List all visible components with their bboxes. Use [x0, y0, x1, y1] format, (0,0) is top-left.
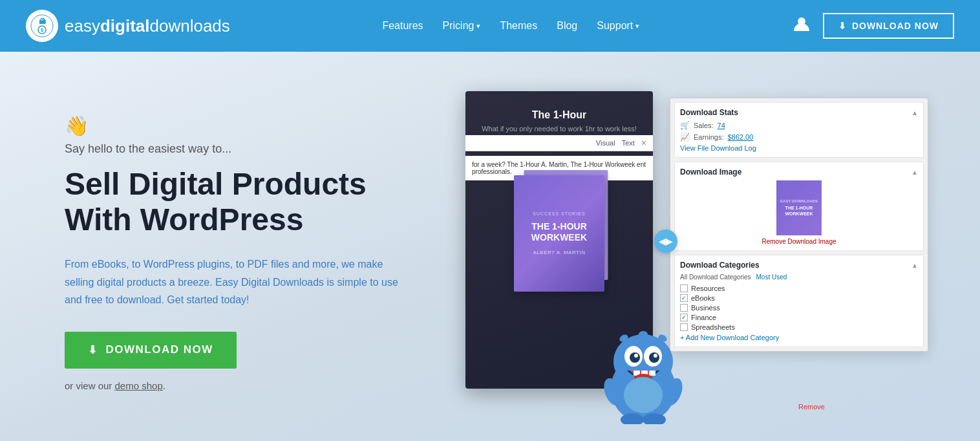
book-series: SUCCESS STORIES: [533, 211, 585, 216]
svg-point-17: [624, 377, 663, 413]
site-header: 🏔 $ easydigitaldownloads Features Pricin…: [0, 0, 980, 52]
download-image-title: Download Image ▲: [680, 167, 918, 177]
nav-support[interactable]: Support ▾: [597, 20, 639, 32]
book-thumbnail: EASY DOWNLOADS THE 1-HOUR WORKWEEK: [776, 180, 822, 235]
thumb-title: THE 1-HOUR WORKWEEK: [780, 206, 818, 217]
book-title: THE 1-HOUR WORKWEEK: [523, 221, 595, 243]
download-stats-title: Download Stats ▲: [680, 108, 918, 117]
logo-text: easydigitaldownloads: [65, 16, 230, 36]
hero-tagline: Say hello to the easiest way to...: [65, 142, 427, 156]
category-checkbox[interactable]: [680, 304, 688, 312]
category-checkbox[interactable]: ✓: [680, 294, 688, 302]
sales-value[interactable]: 74: [718, 122, 725, 129]
demo-shop-text: or view our demo shop.: [65, 380, 427, 391]
hero-section: 👋 Say hello to the easiest way to... Sel…: [0, 52, 980, 441]
logo[interactable]: 🏔 $ easydigitaldownloads: [26, 10, 230, 42]
cart-icon: 🛒: [680, 121, 690, 130]
book-thumbnail-container: EASY DOWNLOADS THE 1-HOUR WORKWEEK: [680, 180, 918, 235]
book-author: ALBERT A. MARTIN: [533, 250, 586, 255]
svg-point-23: [639, 331, 648, 338]
logo-icon: 🏔 $: [26, 10, 58, 42]
category-item[interactable]: ✓Finance: [680, 314, 918, 321]
category-item[interactable]: ✓eBooks: [680, 294, 918, 302]
visual-tab[interactable]: Visual: [596, 139, 615, 147]
download-header-icon: ⬇: [838, 21, 847, 31]
svg-text:$: $: [41, 27, 44, 33]
image-caret-icon: ▲: [911, 169, 918, 176]
earnings-row: 📈 Earnings: $862.00: [680, 133, 918, 142]
category-label: eBooks: [691, 294, 715, 302]
category-label: Spreadsheets: [691, 323, 735, 331]
close-icon[interactable]: ×: [641, 138, 646, 148]
hero-left: 👋 Say hello to the easiest way to... Sel…: [65, 114, 427, 391]
book-cover-front: SUCCESS STORIES THE 1-HOUR WORKWEEK ALBE…: [514, 175, 604, 292]
product-title: The 1-Hour: [481, 109, 637, 121]
text-tab[interactable]: Text: [622, 139, 635, 147]
download-categories-title: Download Categories ▲: [680, 261, 918, 270]
wp-edit-bar: Visual Text ×: [465, 135, 653, 151]
demo-shop-link[interactable]: demo shop: [115, 380, 163, 391]
category-checkbox[interactable]: ✓: [680, 314, 688, 321]
hero-title: Sell Digital Products With WordPress: [65, 166, 427, 237]
nav-features[interactable]: Features: [382, 20, 423, 32]
svg-point-9: [630, 352, 640, 363]
remove-button[interactable]: Remove: [798, 403, 825, 411]
categories-tabs: All Download Categories Most Used: [680, 274, 918, 281]
svg-point-10: [649, 352, 659, 363]
remove-image-link[interactable]: Remove Download Image: [680, 238, 918, 245]
carousel-nav-arrow[interactable]: ◀▶: [654, 230, 677, 253]
mascot-character: [601, 324, 685, 421]
nav-themes[interactable]: Themes: [500, 20, 537, 32]
hero-download-button[interactable]: ⬇ DOWNLOAD NOW: [65, 332, 237, 369]
category-checkbox[interactable]: [680, 285, 688, 292]
nav-pricing[interactable]: Pricing ▾: [443, 20, 481, 32]
account-icon[interactable]: [792, 14, 811, 38]
pricing-chevron-icon: ▾: [476, 22, 480, 30]
svg-text:🏔: 🏔: [39, 17, 46, 25]
categories-list: Resources✓eBooksBusiness✓FinanceSpreadsh…: [680, 285, 918, 331]
nav-right: ⬇ DOWNLOAD NOW: [792, 13, 954, 39]
support-chevron-icon: ▾: [635, 22, 639, 30]
nav-blog[interactable]: Blog: [557, 20, 577, 32]
product-subtitle: What if you only needed to work 1hr to w…: [481, 125, 637, 133]
category-label: Business: [691, 304, 720, 312]
category-item[interactable]: Resources: [680, 285, 918, 292]
hero-description: From eBooks, to WordPress plugins, to PD…: [65, 255, 407, 308]
svg-point-12: [654, 354, 657, 358]
svg-rect-15: [649, 371, 655, 376]
category-item[interactable]: Spreadsheets: [680, 323, 918, 331]
thumb-label: EASY DOWNLOADS: [780, 199, 818, 203]
category-item[interactable]: Business: [680, 304, 918, 312]
sales-row: 🛒 Sales: 74: [680, 121, 918, 130]
most-used-tab[interactable]: Most Used: [756, 274, 787, 281]
download-stats-section: Download Stats ▲ 🛒 Sales: 74 📈 Earnings:…: [674, 102, 924, 158]
wp-admin-panel: Download Stats ▲ 🛒 Sales: 74 📈 Earnings:…: [670, 98, 928, 352]
main-nav: Features Pricing ▾ Themes Blog Support ▾: [382, 20, 639, 32]
download-image-section: Download Image ▲ EASY DOWNLOADS THE 1-HO…: [674, 162, 924, 251]
category-label: Finance: [691, 314, 716, 321]
categories-caret-icon: ▲: [911, 262, 918, 269]
header-download-button[interactable]: ⬇ DOWNLOAD NOW: [823, 13, 954, 39]
view-log-link[interactable]: View File Download Log: [680, 144, 918, 152]
download-categories-section: Download Categories ▲ All Download Categ…: [674, 255, 924, 347]
category-label: Resources: [691, 285, 725, 292]
stats-caret-icon: ▲: [911, 109, 918, 116]
svg-point-11: [634, 354, 638, 358]
earnings-value[interactable]: $862.00: [727, 133, 753, 141]
all-categories-tab[interactable]: All Download Categories: [680, 274, 751, 281]
download-hero-icon: ⬇: [88, 343, 98, 357]
add-category-link[interactable]: + Add New Download Category: [680, 334, 918, 341]
chart-icon: 📈: [680, 133, 690, 142]
hero-right: The 1-Hour What if you only needed to wo…: [465, 91, 928, 414]
wave-emoji: 👋: [65, 114, 427, 137]
